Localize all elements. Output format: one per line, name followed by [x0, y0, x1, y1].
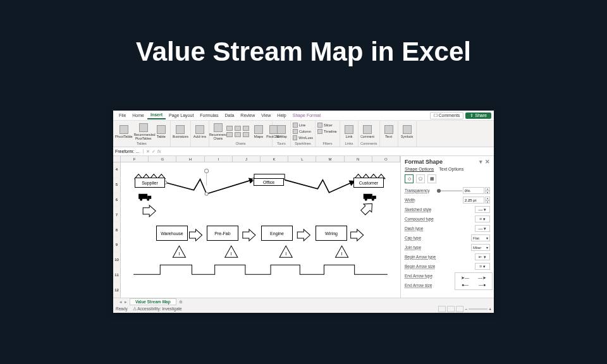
- col-header[interactable]: I: [205, 156, 233, 162]
- canvas[interactable]: I I I I Supplier Office Customer Warehou…: [121, 162, 400, 298]
- arrow-icon[interactable]: [143, 205, 156, 217]
- transparency-slider[interactable]: [437, 190, 462, 191]
- cancel-icon[interactable]: ✕: [146, 149, 150, 154]
- symbols-button[interactable]: Symbols: [400, 122, 414, 141]
- new-sheet-icon[interactable]: ⊕: [179, 300, 183, 305]
- pane-dropdown-icon[interactable]: ▾: [479, 159, 482, 165]
- begin-arrow-type-dropdown[interactable]: ⇤ ▾: [475, 253, 490, 260]
- spinner-down-icon[interactable]: ▾: [485, 200, 490, 204]
- enter-icon[interactable]: ✓: [152, 149, 156, 154]
- pane-close-icon[interactable]: ✕: [485, 159, 490, 165]
- arrow-style-flyout[interactable]: ➤——➤ ●——●: [455, 272, 493, 290]
- tab-view[interactable]: View: [258, 112, 274, 119]
- col-header[interactable]: N: [345, 156, 372, 162]
- view-normal-icon[interactable]: [438, 306, 446, 312]
- tab-page-layout[interactable]: Page Layout: [166, 112, 197, 119]
- warehouse-box[interactable]: Warehouse: [156, 226, 188, 241]
- chart-icon[interactable]: [243, 126, 249, 131]
- comment-button[interactable]: Comment: [360, 122, 374, 141]
- pivottable-button[interactable]: PivotTable: [115, 122, 133, 141]
- zoom-slider[interactable]: [469, 308, 487, 310]
- tab-file[interactable]: File: [116, 112, 129, 119]
- maps-button[interactable]: Maps: [252, 122, 266, 141]
- status-accessibility[interactable]: ⚠ Accessibility: Investigate: [133, 306, 182, 312]
- tab-review[interactable]: Review: [237, 112, 258, 119]
- cap-dropdown[interactable]: Flat▾: [471, 234, 490, 241]
- arrow-option-icon[interactable]: —●: [479, 282, 486, 287]
- tab-formulas[interactable]: Formulas: [197, 112, 221, 119]
- inventory-triangle-icon[interactable]: I: [336, 246, 348, 257]
- arrow-icon[interactable]: [243, 229, 255, 241]
- table-button[interactable]: Table: [154, 122, 168, 141]
- effects-icon[interactable]: ⬠: [416, 174, 425, 183]
- tab-data[interactable]: Data: [222, 112, 238, 119]
- tab-help[interactable]: Help: [274, 112, 289, 119]
- inventory-triangle-icon[interactable]: I: [225, 246, 238, 257]
- size-properties-icon[interactable]: ▦: [427, 174, 436, 183]
- chart-icon[interactable]: [235, 132, 241, 137]
- row-header[interactable]: 6: [113, 193, 121, 208]
- shape-options-tab[interactable]: Shape Options: [405, 167, 434, 171]
- chart-icon[interactable]: [243, 132, 249, 137]
- sheet-tab[interactable]: Value Stream Map: [130, 298, 176, 305]
- recommended-pivottables-button[interactable]: Recommended PivotTables: [134, 122, 153, 141]
- col-header[interactable]: F: [121, 156, 149, 162]
- row-header[interactable]: 9: [113, 238, 121, 253]
- arrow-option-icon[interactable]: ●—: [462, 282, 469, 287]
- supplier-box[interactable]: Supplier: [135, 178, 165, 188]
- chart-icon[interactable]: [226, 132, 233, 137]
- row-header[interactable]: 4: [113, 162, 121, 178]
- inventory-triangle-icon[interactable]: I: [173, 246, 185, 257]
- zoom-out-icon[interactable]: −: [465, 307, 467, 312]
- col-header[interactable]: O: [372, 156, 400, 162]
- sheet-nav-prev-icon[interactable]: ◂: [120, 300, 122, 305]
- share-button[interactable]: ⇪ Share: [465, 112, 491, 119]
- arrow-option-icon[interactable]: —➤: [478, 276, 486, 281]
- fill-line-icon[interactable]: ◇: [405, 174, 414, 183]
- zoom-in-icon[interactable]: +: [489, 307, 491, 312]
- info-flow-arrow[interactable]: [285, 180, 355, 193]
- sparkline-winloss-button[interactable]: Win/Loss: [293, 135, 313, 140]
- dash-dropdown[interactable]: — ▾: [475, 225, 490, 232]
- col-header[interactable]: K: [261, 156, 288, 162]
- slicer-button[interactable]: Slicer: [317, 122, 338, 128]
- row-header[interactable]: 10: [113, 253, 121, 268]
- col-header[interactable]: G: [149, 156, 176, 162]
- tab-home[interactable]: Home: [129, 112, 147, 119]
- office-box[interactable]: Office: [254, 178, 284, 186]
- name-box[interactable]: Freeform: ...: [113, 149, 144, 154]
- 3dmap-button[interactable]: 3D Map: [274, 122, 288, 141]
- row-header[interactable]: 11: [113, 267, 121, 282]
- customer-box[interactable]: Customer: [353, 178, 384, 188]
- comments-button[interactable]: ☐ Comments: [430, 112, 464, 119]
- text-button[interactable]: Text: [382, 122, 396, 141]
- arrow-icon[interactable]: [351, 229, 364, 241]
- selection-handle-icon[interactable]: [205, 192, 208, 195]
- col-header[interactable]: M: [316, 156, 344, 162]
- sparkline-column-button[interactable]: Column: [293, 128, 313, 134]
- join-dropdown[interactable]: Miter▾: [471, 244, 490, 251]
- chart-icon[interactable]: [226, 126, 233, 131]
- sparkline-line-button[interactable]: Line: [293, 122, 313, 128]
- col-header[interactable]: L: [288, 156, 316, 162]
- link-button[interactable]: Link: [342, 122, 356, 141]
- arrow-option-icon[interactable]: ➤—: [461, 276, 469, 281]
- chart-icon[interactable]: [235, 126, 241, 131]
- width-input[interactable]: [463, 197, 484, 203]
- row-header[interactable]: 7: [113, 207, 121, 222]
- begin-arrow-size-dropdown[interactable]: ≡ ▾: [475, 263, 490, 270]
- engine-box[interactable]: Engine: [261, 226, 293, 241]
- arrow-icon[interactable]: [189, 229, 202, 241]
- fx-icon[interactable]: fx: [157, 149, 161, 154]
- recommended-charts-button[interactable]: Recommended Charts: [211, 122, 225, 141]
- timeline-line[interactable]: [133, 265, 388, 274]
- view-page-break-icon[interactable]: [456, 306, 463, 312]
- addins-button[interactable]: Add-ins: [193, 122, 207, 141]
- col-header[interactable]: H: [176, 156, 204, 162]
- prefab-box[interactable]: Pre-Fab: [207, 226, 238, 241]
- row-header[interactable]: 5: [113, 178, 121, 193]
- info-flow-arrow[interactable]: [165, 179, 254, 194]
- tab-insert[interactable]: Insert: [147, 111, 166, 119]
- timeline-button[interactable]: Timeline: [317, 128, 338, 134]
- rotate-handle-icon[interactable]: [205, 169, 209, 173]
